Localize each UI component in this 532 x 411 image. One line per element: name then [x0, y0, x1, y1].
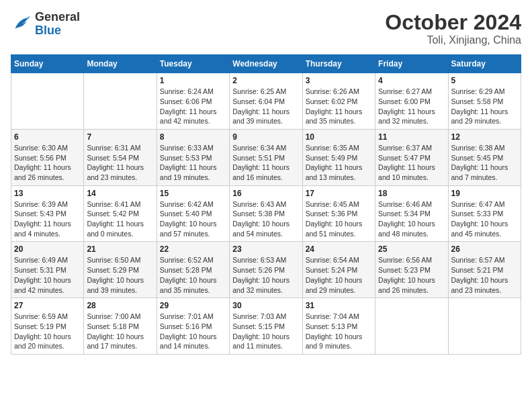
day-number: 9: [232, 132, 299, 142]
day-info: Sunrise: 6:34 AM Sunset: 5:51 PM Dayligh…: [232, 143, 299, 183]
day-info: Sunrise: 6:49 AM Sunset: 5:31 PM Dayligh…: [14, 255, 81, 295]
calendar-cell: 20Sunrise: 6:49 AM Sunset: 5:31 PM Dayli…: [11, 242, 84, 298]
calendar-cell: 9Sunrise: 6:34 AM Sunset: 5:51 PM Daylig…: [230, 129, 302, 185]
calendar-cell: 14Sunrise: 6:41 AM Sunset: 5:42 PM Dayli…: [84, 185, 157, 242]
day-info: Sunrise: 6:59 AM Sunset: 5:19 PM Dayligh…: [14, 312, 81, 351]
title-block: October 2024 Toli, Xinjiang, China: [385, 11, 521, 46]
day-number: 7: [87, 132, 153, 142]
calendar-cell: 6Sunrise: 6:30 AM Sunset: 5:56 PM Daylig…: [11, 129, 84, 185]
day-number: 27: [14, 301, 81, 310]
calendar-cell: 24Sunrise: 6:54 AM Sunset: 5:24 PM Dayli…: [302, 242, 375, 298]
calendar-cell: 19Sunrise: 6:47 AM Sunset: 5:33 PM Dayli…: [448, 185, 521, 242]
weekday-header-saturday: Saturday: [448, 55, 521, 73]
day-number: 15: [160, 189, 226, 198]
day-info: Sunrise: 6:38 AM Sunset: 5:45 PM Dayligh…: [451, 143, 518, 183]
calendar-cell: 15Sunrise: 6:42 AM Sunset: 5:40 PM Dayli…: [157, 185, 229, 242]
day-number: 19: [451, 189, 518, 198]
day-number: 31: [306, 301, 372, 310]
calendar-cell: 27Sunrise: 6:59 AM Sunset: 5:19 PM Dayli…: [11, 298, 84, 355]
day-number: 6: [14, 132, 81, 142]
day-info: Sunrise: 6:35 AM Sunset: 5:49 PM Dayligh…: [306, 143, 372, 183]
day-number: 16: [232, 189, 299, 198]
day-number: 26: [451, 244, 518, 254]
day-number: 18: [378, 189, 445, 198]
calendar-cell: 4Sunrise: 6:27 AM Sunset: 6:00 PM Daylig…: [375, 73, 448, 130]
calendar-cell: 26Sunrise: 6:57 AM Sunset: 5:21 PM Dayli…: [448, 242, 521, 298]
logo-icon: [11, 13, 32, 35]
day-number: 11: [378, 132, 445, 142]
calendar-cell: [11, 73, 84, 130]
day-number: 24: [306, 244, 372, 254]
logo: General Blue: [11, 11, 80, 38]
day-number: 21: [87, 244, 153, 254]
day-info: Sunrise: 6:37 AM Sunset: 5:47 PM Dayligh…: [378, 143, 445, 183]
day-number: 22: [160, 244, 226, 254]
calendar-cell: 5Sunrise: 6:29 AM Sunset: 5:58 PM Daylig…: [448, 73, 521, 130]
logo-name-line2: Blue: [35, 24, 80, 38]
calendar-cell: 3Sunrise: 6:26 AM Sunset: 6:02 PM Daylig…: [302, 73, 375, 130]
day-info: Sunrise: 6:52 AM Sunset: 5:28 PM Dayligh…: [160, 255, 226, 295]
logo-name-line1: General: [35, 11, 80, 24]
calendar-subtitle: Toli, Xinjiang, China: [385, 34, 521, 46]
day-number: 1: [160, 76, 226, 85]
weekday-header-row: SundayMondayTuesdayWednesdayThursdayFrid…: [11, 55, 521, 73]
day-info: Sunrise: 6:42 AM Sunset: 5:40 PM Dayligh…: [160, 199, 226, 239]
day-number: 28: [87, 301, 153, 310]
day-number: 3: [306, 76, 372, 85]
calendar-cell: 28Sunrise: 7:00 AM Sunset: 5:18 PM Dayli…: [84, 298, 157, 355]
calendar-cell: 31Sunrise: 7:04 AM Sunset: 5:13 PM Dayli…: [302, 298, 375, 355]
day-number: 8: [160, 132, 226, 142]
calendar-cell: 11Sunrise: 6:37 AM Sunset: 5:47 PM Dayli…: [375, 129, 448, 185]
calendar-cell: 16Sunrise: 6:43 AM Sunset: 5:38 PM Dayli…: [230, 185, 302, 242]
day-number: 29: [160, 301, 226, 310]
day-number: 23: [232, 244, 299, 254]
day-info: Sunrise: 6:53 AM Sunset: 5:26 PM Dayligh…: [232, 255, 299, 295]
calendar-cell: 29Sunrise: 7:01 AM Sunset: 5:16 PM Dayli…: [157, 298, 229, 355]
day-number: 17: [306, 189, 372, 198]
weekday-header-thursday: Thursday: [302, 55, 375, 73]
calendar-cell: 30Sunrise: 7:03 AM Sunset: 5:15 PM Dayli…: [230, 298, 302, 355]
day-info: Sunrise: 6:30 AM Sunset: 5:56 PM Dayligh…: [14, 143, 81, 183]
day-info: Sunrise: 6:24 AM Sunset: 6:06 PM Dayligh…: [160, 87, 226, 126]
calendar-cell: 21Sunrise: 6:50 AM Sunset: 5:29 PM Dayli…: [84, 242, 157, 298]
page-header: General Blue October 2024 Toli, Xinjiang…: [11, 11, 521, 46]
day-info: Sunrise: 7:01 AM Sunset: 5:16 PM Dayligh…: [160, 312, 226, 351]
day-info: Sunrise: 6:31 AM Sunset: 5:54 PM Dayligh…: [87, 143, 153, 183]
calendar-cell: 1Sunrise: 6:24 AM Sunset: 6:06 PM Daylig…: [157, 73, 229, 130]
week-row-4: 20Sunrise: 6:49 AM Sunset: 5:31 PM Dayli…: [11, 242, 521, 298]
day-number: 20: [14, 244, 81, 254]
day-info: Sunrise: 7:04 AM Sunset: 5:13 PM Dayligh…: [306, 312, 372, 351]
day-info: Sunrise: 6:56 AM Sunset: 5:23 PM Dayligh…: [378, 255, 445, 295]
day-number: 5: [451, 76, 518, 85]
day-info: Sunrise: 7:00 AM Sunset: 5:18 PM Dayligh…: [87, 312, 153, 351]
day-info: Sunrise: 6:26 AM Sunset: 6:02 PM Dayligh…: [306, 87, 372, 126]
day-number: 12: [451, 132, 518, 142]
day-info: Sunrise: 6:45 AM Sunset: 5:36 PM Dayligh…: [306, 199, 372, 239]
day-number: 14: [87, 189, 153, 198]
day-number: 2: [232, 76, 299, 85]
calendar-cell: 17Sunrise: 6:45 AM Sunset: 5:36 PM Dayli…: [302, 185, 375, 242]
calendar-table: SundayMondayTuesdayWednesdayThursdayFrid…: [11, 54, 521, 355]
day-info: Sunrise: 6:46 AM Sunset: 5:34 PM Dayligh…: [378, 199, 445, 239]
day-info: Sunrise: 6:47 AM Sunset: 5:33 PM Dayligh…: [451, 199, 518, 239]
day-info: Sunrise: 6:54 AM Sunset: 5:24 PM Dayligh…: [306, 255, 372, 295]
day-info: Sunrise: 6:41 AM Sunset: 5:42 PM Dayligh…: [87, 199, 153, 239]
day-info: Sunrise: 7:03 AM Sunset: 5:15 PM Dayligh…: [232, 312, 299, 351]
calendar-cell: 25Sunrise: 6:56 AM Sunset: 5:23 PM Dayli…: [375, 242, 448, 298]
calendar-title: October 2024: [385, 11, 521, 34]
calendar-cell: 7Sunrise: 6:31 AM Sunset: 5:54 PM Daylig…: [84, 129, 157, 185]
day-info: Sunrise: 6:50 AM Sunset: 5:29 PM Dayligh…: [87, 255, 153, 295]
week-row-2: 6Sunrise: 6:30 AM Sunset: 5:56 PM Daylig…: [11, 129, 521, 185]
calendar-cell: [448, 298, 521, 355]
calendar-cell: 22Sunrise: 6:52 AM Sunset: 5:28 PM Dayli…: [157, 242, 229, 298]
calendar-cell: 10Sunrise: 6:35 AM Sunset: 5:49 PM Dayli…: [302, 129, 375, 185]
weekday-header-tuesday: Tuesday: [157, 55, 229, 73]
calendar-cell: 8Sunrise: 6:33 AM Sunset: 5:53 PM Daylig…: [157, 129, 229, 185]
calendar-cell: 13Sunrise: 6:39 AM Sunset: 5:43 PM Dayli…: [11, 185, 84, 242]
day-info: Sunrise: 6:25 AM Sunset: 6:04 PM Dayligh…: [232, 87, 299, 126]
week-row-3: 13Sunrise: 6:39 AM Sunset: 5:43 PM Dayli…: [11, 185, 521, 242]
day-number: 30: [232, 301, 299, 310]
weekday-header-friday: Friday: [375, 55, 448, 73]
day-info: Sunrise: 6:29 AM Sunset: 5:58 PM Dayligh…: [451, 87, 518, 126]
weekday-header-wednesday: Wednesday: [230, 55, 302, 73]
